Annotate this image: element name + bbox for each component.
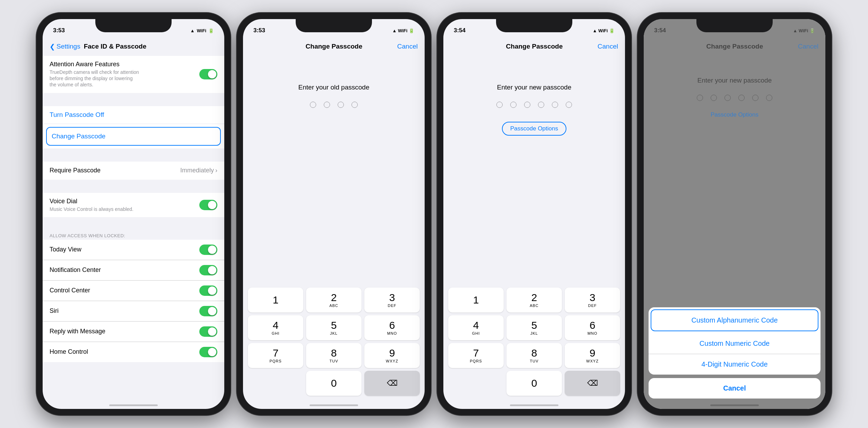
sep-3 bbox=[43, 180, 224, 193]
sheet-cancel-button[interactable]: Cancel bbox=[649, 378, 821, 399]
key-2-2[interactable]: 2ABC bbox=[306, 288, 362, 313]
cancel-button-3[interactable]: Cancel bbox=[598, 43, 618, 50]
today-view-row: Today View bbox=[43, 240, 224, 260]
keypad-row-2-2: 4GHI 5JKL 6MNO bbox=[248, 315, 420, 340]
key-3-3[interactable]: 3DEF bbox=[565, 288, 620, 313]
key-1-2[interactable]: 1 bbox=[248, 288, 303, 313]
keypad-row-4-3: 0 ⌫ bbox=[448, 371, 620, 396]
options-sheet-4: Custom Alphanumeric Code Custom Numeric … bbox=[649, 307, 821, 399]
dot-4-2 bbox=[711, 95, 717, 101]
home-control-toggle[interactable] bbox=[199, 347, 217, 357]
allow-access-group: Today View Notification Center Control C… bbox=[43, 240, 224, 362]
status-icons-4: ▲ WiFi 🔋 bbox=[793, 28, 815, 33]
key-5-3[interactable]: 5JKL bbox=[506, 315, 562, 340]
status-time-1: 3:53 bbox=[53, 27, 65, 34]
battery-icon: 🔋 bbox=[208, 28, 214, 33]
dot-4-1 bbox=[697, 95, 703, 101]
notification-center-toggle[interactable] bbox=[199, 265, 217, 275]
allow-access-header: ALLOW ACCESS WHEN LOCKED: bbox=[43, 230, 224, 240]
wifi-icon: WiFi bbox=[197, 28, 206, 33]
change-passcode-row[interactable]: Change Passcode bbox=[46, 127, 221, 146]
key-0-2[interactable]: 0 bbox=[306, 371, 362, 396]
passcode-prompt-2: Enter your old passcode bbox=[243, 84, 425, 91]
dot-2 bbox=[324, 102, 330, 108]
today-view-toggle[interactable] bbox=[199, 245, 217, 255]
dot-1 bbox=[310, 102, 316, 108]
status-time-3: 3:54 bbox=[454, 27, 466, 34]
control-center-toggle[interactable] bbox=[199, 285, 217, 296]
attention-group: Attention Aware Features TrueDepth camer… bbox=[43, 56, 224, 93]
key-7-3[interactable]: 7PQRS bbox=[448, 343, 504, 368]
dot-3-1 bbox=[496, 102, 503, 108]
dot-3-3 bbox=[524, 102, 530, 108]
passcode-options-button-3[interactable]: Passcode Options bbox=[502, 122, 566, 136]
control-center-row: Control Center bbox=[43, 281, 224, 301]
reply-message-label: Reply with Message bbox=[50, 328, 199, 335]
key-1-3[interactable]: 1 bbox=[448, 288, 504, 313]
keypad-row-1-2: 1 2ABC 3DEF bbox=[248, 288, 420, 313]
phone-3-screen: 3:54 ▲ WiFi 🔋 Change Passcode Cancel Ent… bbox=[443, 19, 625, 409]
require-passcode-row[interactable]: Require Passcode Immediately › bbox=[43, 162, 224, 180]
passcode-dots-3 bbox=[443, 102, 625, 108]
key-4-2[interactable]: 4GHI bbox=[248, 315, 303, 340]
options-group: Custom Alphanumeric Code Custom Numeric … bbox=[649, 307, 821, 375]
passcode-group: Turn Passcode Off bbox=[43, 106, 224, 123]
notification-center-row: Notification Center bbox=[43, 260, 224, 281]
signal-icon-4: ▲ WiFi 🔋 bbox=[793, 28, 815, 33]
passcode-options-link-4: Passcode Options bbox=[644, 111, 825, 118]
phone-4-screen: 3:54 ▲ WiFi 🔋 Change Passcode Cancel Ent… bbox=[644, 19, 825, 409]
attention-label: Attention Aware Features bbox=[50, 61, 199, 68]
option-4digit[interactable]: 4-Digit Numeric Code bbox=[649, 354, 821, 375]
key-delete-3[interactable]: ⌫ bbox=[565, 371, 620, 396]
key-9-3[interactable]: 9WXYZ bbox=[565, 343, 620, 368]
voice-dial-left: Voice Dial Music Voice Control is always… bbox=[50, 198, 199, 212]
key-0-3[interactable]: 0 bbox=[506, 371, 562, 396]
voice-dial-sublabel: Music Voice Control is always enabled. bbox=[50, 206, 140, 212]
key-empty-left-3 bbox=[448, 371, 504, 396]
option-custom-numeric[interactable]: Custom Numeric Code bbox=[649, 333, 821, 354]
cancel-button-2[interactable]: Cancel bbox=[397, 43, 418, 50]
key-8-3[interactable]: 8TUV bbox=[506, 343, 562, 368]
key-6-3[interactable]: 6MNO bbox=[565, 315, 620, 340]
dot-3-6 bbox=[566, 102, 572, 108]
passcode-dots-4 bbox=[644, 95, 825, 101]
key-7-2[interactable]: 7PQRS bbox=[248, 343, 303, 368]
dot-3 bbox=[338, 102, 344, 108]
phone-2-screen: 3:53 ▲ WiFi 🔋 Change Passcode Cancel Ent… bbox=[243, 19, 425, 409]
settings-screen: 3:53 ▲ WiFi 🔋 ❮ Settings Face ID & Passc… bbox=[43, 19, 224, 409]
dot-3-4 bbox=[538, 102, 544, 108]
notch-1 bbox=[95, 19, 172, 32]
reply-message-toggle[interactable] bbox=[199, 326, 217, 337]
back-button[interactable]: ❮ Settings bbox=[50, 43, 80, 51]
phone-4: 3:54 ▲ WiFi 🔋 Change Passcode Cancel Ent… bbox=[637, 13, 832, 415]
voice-dial-label: Voice Dial bbox=[50, 198, 199, 205]
change-passcode-container: Change Passcode bbox=[43, 124, 224, 148]
passcode-prompt-3: Enter your new passcode bbox=[443, 84, 625, 91]
key-6-2[interactable]: 6MNO bbox=[364, 315, 420, 340]
turn-passcode-off[interactable]: Turn Passcode Off bbox=[43, 106, 224, 123]
delete-icon-3: ⌫ bbox=[587, 379, 598, 388]
key-2-3[interactable]: 2ABC bbox=[506, 288, 562, 313]
phone-3: 3:54 ▲ WiFi 🔋 Change Passcode Cancel Ent… bbox=[437, 13, 631, 415]
key-5-2[interactable]: 5JKL bbox=[306, 315, 362, 340]
keypad-row-4-2: 0 ⌫ bbox=[248, 371, 420, 396]
attention-toggle[interactable] bbox=[199, 69, 217, 79]
key-4-3[interactable]: 4GHI bbox=[448, 315, 504, 340]
key-delete-2[interactable]: ⌫ bbox=[364, 371, 420, 396]
siri-toggle[interactable] bbox=[199, 306, 217, 316]
voice-dial-group: Voice Dial Music Voice Control is always… bbox=[43, 193, 224, 217]
option-custom-alphanumeric[interactable]: Custom Alphanumeric Code bbox=[651, 309, 818, 331]
key-8-2[interactable]: 8TUV bbox=[306, 343, 362, 368]
phone-1: 3:53 ▲ WiFi 🔋 ❮ Settings Face ID & Passc… bbox=[36, 13, 231, 415]
passcode-prompt-4: Enter your new passcode bbox=[644, 77, 825, 84]
cancel-button-4[interactable]: Cancel bbox=[798, 43, 818, 50]
today-view-label: Today View bbox=[50, 246, 199, 253]
reply-message-row: Reply with Message bbox=[43, 322, 224, 342]
nav-bar-1: ❮ Settings Face ID & Passcode bbox=[43, 37, 224, 56]
key-9-2[interactable]: 9WXYZ bbox=[364, 343, 420, 368]
sep-4 bbox=[43, 218, 224, 230]
page-title-1: Face ID & Passcode bbox=[84, 43, 147, 50]
key-3-2[interactable]: 3DEF bbox=[364, 288, 420, 313]
voice-dial-toggle[interactable] bbox=[199, 200, 217, 210]
passcode-screen-4-bg: 3:54 ▲ WiFi 🔋 Change Passcode Cancel Ent… bbox=[644, 19, 825, 409]
